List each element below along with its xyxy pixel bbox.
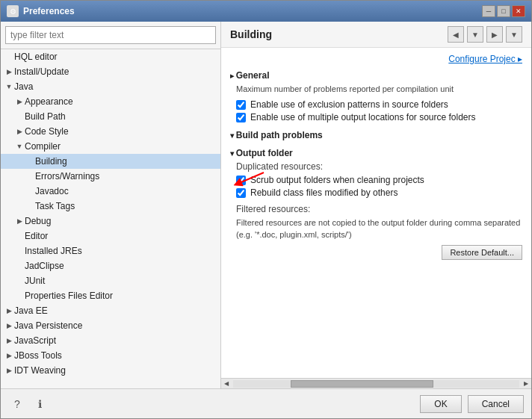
exclusion-patterns-row: Enable use of exclusion patterns in sour… xyxy=(236,99,522,110)
expand-icon: ▶ xyxy=(14,126,25,137)
build-path-problems-title: Build path problems xyxy=(230,130,522,140)
info-icon: ℹ xyxy=(38,398,42,410)
no-expand-icon xyxy=(14,231,25,241)
tree-item-build-path[interactable]: Build Path xyxy=(1,109,220,124)
no-expand-icon xyxy=(25,156,35,167)
tree-item-javadoc[interactable]: Javadoc xyxy=(1,184,220,199)
tree-item-code-style[interactable]: ▶ Code Style xyxy=(1,124,220,139)
tree-label: Compiler xyxy=(25,141,61,152)
tree-label: JavaScript xyxy=(14,335,56,346)
general-description: Maximum number of problems reported per … xyxy=(236,84,522,95)
tree-item-appearance[interactable]: ▶ Appearance xyxy=(1,94,220,109)
tree-label: Debug xyxy=(25,216,51,226)
tree-label: Code Style xyxy=(25,126,69,137)
tree-label: Errors/Warnings xyxy=(35,171,99,181)
tree-item-javascript[interactable]: ▶ JavaScript xyxy=(1,333,220,348)
tree-item-java-ee[interactable]: ▶ Java EE xyxy=(1,303,220,318)
tree-item-editor[interactable]: Editor xyxy=(1,229,220,243)
scrub-output-checkbox[interactable] xyxy=(236,176,246,185)
tree-label: Appearance xyxy=(25,96,73,107)
tree-label: Building xyxy=(35,156,67,167)
tree-label: Java xyxy=(14,81,33,92)
title-bar: ⚙ Preferences ─ □ ✕ xyxy=(1,1,531,22)
footer-left: ? ℹ xyxy=(8,395,49,413)
tree-item-install-update[interactable]: ▶ Install/Update xyxy=(1,64,220,79)
tree-label: JadClipse xyxy=(25,261,64,271)
tree-item-debug[interactable]: ▶ Debug xyxy=(1,214,220,229)
collapse-icon: ▼ xyxy=(4,81,14,92)
rebuild-class-label: Rebuild class files modified by others xyxy=(250,187,398,198)
rebuild-class-checkbox[interactable] xyxy=(236,188,246,198)
tree-item-errors-warnings[interactable]: Errors/Warnings xyxy=(1,169,220,184)
minimize-button[interactable]: ─ xyxy=(482,5,495,17)
title-controls: ─ □ ✕ xyxy=(482,5,525,17)
cancel-button[interactable]: Cancel xyxy=(468,395,524,413)
tree-item-building[interactable]: Building xyxy=(1,154,220,169)
scrollbar-track xyxy=(233,380,519,388)
tree-item-hql-editor[interactable]: HQL editor xyxy=(1,49,220,64)
configure-project-link[interactable]: Configure Projec ▸ xyxy=(230,54,522,64)
scrollbar-thumb[interactable] xyxy=(291,380,434,388)
info-button[interactable]: ℹ xyxy=(31,395,49,413)
right-body: Configure Projec ▸ General Maximum numbe… xyxy=(221,48,531,378)
tree-item-compiler[interactable]: ▼ Compiler xyxy=(1,139,220,154)
title-bar-left: ⚙ Preferences xyxy=(7,5,75,17)
tree-item-junit[interactable]: JUnit xyxy=(1,273,220,288)
expand-icon: ▶ xyxy=(4,305,14,316)
restore-defaults-button[interactable]: Restore Default... xyxy=(442,245,522,260)
tree-label: HQL editor xyxy=(14,52,58,62)
ok-button[interactable]: OK xyxy=(420,395,461,413)
preferences-dialog: ⚙ Preferences ─ □ ✕ HQL editor xyxy=(0,0,532,419)
left-panel: HQL editor ▶ Install/Update ▼ Java xyxy=(1,22,221,388)
maximize-button[interactable]: □ xyxy=(497,5,510,17)
tree-label: Editor xyxy=(25,231,48,241)
back-dropdown-button[interactable]: ▼ xyxy=(467,26,483,43)
tree-label: Javadoc xyxy=(35,186,69,196)
right-toolbar: ◀ ▼ ▶ ▼ xyxy=(448,26,522,43)
expand-icon: ▶ xyxy=(4,350,14,361)
no-expand-icon xyxy=(14,291,25,301)
tree-item-idt-weaving[interactable]: ▶ IDT Weaving xyxy=(1,363,220,378)
tree-item-properties-files-editor[interactable]: Properties Files Editor xyxy=(1,288,220,303)
exclusion-patterns-checkbox[interactable] xyxy=(236,100,246,110)
help-button[interactable]: ? xyxy=(8,395,26,413)
filtered-resources-label: Filtered resources: xyxy=(236,204,522,214)
main-content: HQL editor ▶ Install/Update ▼ Java xyxy=(1,22,531,388)
expand-icon: ▶ xyxy=(4,365,14,376)
no-expand-icon xyxy=(4,52,14,62)
exclusion-patterns-label: Enable use of exclusion patterns in sour… xyxy=(250,99,448,110)
no-expand-icon xyxy=(25,171,35,181)
back-button[interactable]: ◀ xyxy=(448,26,464,43)
scroll-right-arrow[interactable]: ▶ xyxy=(521,379,531,389)
tree-label: JBoss Tools xyxy=(14,350,62,361)
preferences-icon: ⚙ xyxy=(7,5,19,17)
tree-item-java-persistence[interactable]: ▶ Java Persistence xyxy=(1,318,220,333)
tree-label: Install/Update xyxy=(14,66,69,77)
multiple-output-checkbox[interactable] xyxy=(236,113,246,122)
tree-label: Java Persistence xyxy=(14,320,82,331)
tree-area: HQL editor ▶ Install/Update ▼ Java xyxy=(1,49,220,388)
no-expand-icon xyxy=(25,186,35,196)
expand-icon: ▶ xyxy=(4,320,14,331)
tree-label: IDT Weaving xyxy=(14,365,66,376)
close-button[interactable]: ✕ xyxy=(512,5,525,17)
tree-item-jboss-tools[interactable]: ▶ JBoss Tools xyxy=(1,348,220,363)
output-folder-title: Output folder xyxy=(230,148,522,158)
tree-item-installed-jres[interactable]: Installed JREs xyxy=(1,243,220,258)
bottom-scrollbar[interactable]: ◀ ▶ xyxy=(221,378,531,388)
help-icon: ? xyxy=(14,398,20,410)
tree-label: Properties Files Editor xyxy=(25,291,113,301)
tree-label: Task Tags xyxy=(35,201,75,211)
forward-dropdown-button[interactable]: ▼ xyxy=(506,26,522,43)
scroll-left-arrow[interactable]: ◀ xyxy=(221,379,232,389)
rebuild-class-row: Rebuild class files modified by others xyxy=(236,187,522,198)
filter-input[interactable] xyxy=(5,26,216,44)
tree-item-java[interactable]: ▼ Java xyxy=(1,79,220,94)
multiple-output-row: Enable use of multiple output locations … xyxy=(236,112,522,122)
tree-item-jadclipse[interactable]: JadClipse xyxy=(1,258,220,273)
expand-icon: ▶ xyxy=(4,335,14,346)
tree-item-task-tags[interactable]: Task Tags xyxy=(1,199,220,214)
tree-label: Build Path xyxy=(25,111,66,122)
forward-button[interactable]: ▶ xyxy=(486,26,503,43)
filter-wrapper xyxy=(1,22,220,49)
